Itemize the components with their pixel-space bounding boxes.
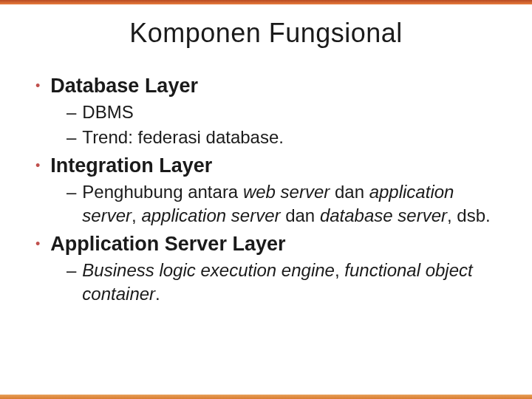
slide-content: Komponen Fungsional •Database Layer–DBMS… bbox=[0, 0, 532, 328]
bullet-icon: • bbox=[35, 74, 40, 98]
sub-item: –Business logic execution engine, functi… bbox=[66, 259, 505, 306]
dash-icon: – bbox=[66, 180, 76, 204]
slide-title: Komponen Fungsional bbox=[27, 18, 505, 49]
bullet-item: •Database Layer–DBMS–Trend: federasi dat… bbox=[35, 74, 505, 149]
bullet-label: Integration Layer bbox=[50, 154, 212, 177]
top-accent-bar bbox=[0, 0, 532, 4]
sub-list: –Penghubung antara web server dan applic… bbox=[35, 180, 505, 228]
bullet-item: •Application Server Layer–Business logic… bbox=[35, 232, 505, 306]
sub-text: DBMS bbox=[82, 100, 133, 124]
sub-list: –Business logic execution engine, functi… bbox=[35, 259, 505, 306]
dash-icon: – bbox=[66, 100, 76, 124]
sub-text: Trend: federasi database. bbox=[82, 126, 284, 149]
sub-text: Penghubung antara web server dan applica… bbox=[82, 180, 505, 228]
dash-icon: – bbox=[66, 126, 76, 149]
bullet-label: Database Layer bbox=[50, 74, 198, 98]
bullet-item: •Integration Layer–Penghubung antara web… bbox=[35, 154, 505, 228]
sub-list: –DBMS–Trend: federasi database. bbox=[35, 100, 505, 149]
sub-item: –Penghubung antara web server dan applic… bbox=[66, 180, 505, 228]
bottom-accent-bar bbox=[0, 395, 532, 399]
bullet-label: Application Server Layer bbox=[50, 232, 285, 256]
bullet-list: •Database Layer–DBMS–Trend: federasi dat… bbox=[27, 74, 505, 306]
bullet-icon: • bbox=[35, 232, 40, 256]
sub-item: –DBMS bbox=[66, 100, 505, 124]
dash-icon: – bbox=[66, 259, 76, 282]
bullet-icon: • bbox=[35, 154, 40, 177]
sub-text: Business logic execution engine, functio… bbox=[82, 259, 505, 306]
sub-item: –Trend: federasi database. bbox=[66, 126, 505, 149]
